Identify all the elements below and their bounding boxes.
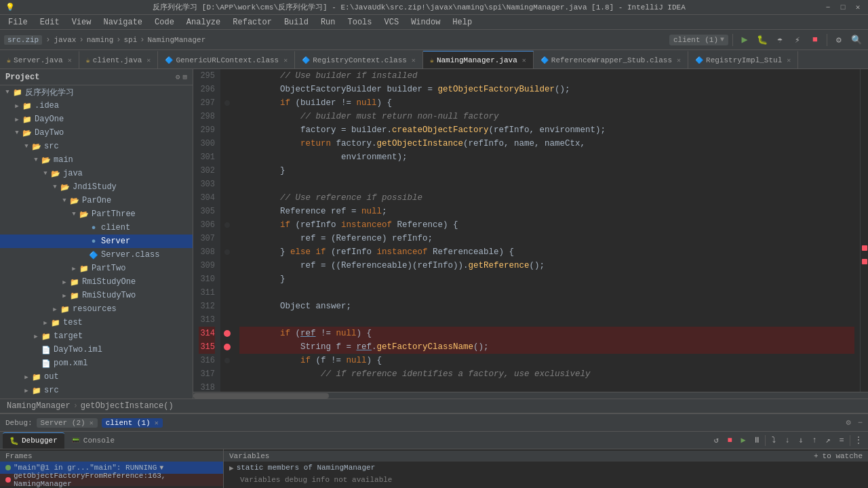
sidebar-item-out[interactable]: ▶ 📁 out: [0, 370, 193, 384]
breadcrumb-method[interactable]: getObjectInstance(): [81, 401, 174, 411]
sidebar-item-main[interactable]: ▼ 📂 main: [0, 153, 193, 167]
evaluate-button[interactable]: =: [835, 434, 848, 447]
sidebar-item-parone[interactable]: ▼ 📂 ParOne: [0, 194, 193, 207]
menu-file[interactable]: File: [3, 16, 33, 28]
sidebar-item-serverclass[interactable]: 🔷 Server.class: [0, 248, 193, 262]
menu-run[interactable]: Run: [315, 16, 341, 28]
menu-tools[interactable]: Tools: [342, 16, 378, 28]
tab-genericurl-close[interactable]: ✕: [283, 56, 288, 64]
maximize-button[interactable]: □: [838, 3, 848, 12]
debug-more-button[interactable]: ⋮: [852, 434, 865, 447]
session-server-close[interactable]: ✕: [90, 419, 94, 427]
sidebar-item-web[interactable]: ▶ 📁 web: [0, 397, 193, 399]
menu-refactor[interactable]: Refactor: [227, 16, 277, 28]
sidebar-item-rmistudyone[interactable]: ▶ 📁 RmiStudyOne: [0, 275, 193, 289]
debug-stop-button[interactable]: ■: [723, 434, 736, 447]
debug-resume-button[interactable]: ▶: [736, 434, 750, 447]
step-into-button[interactable]: ↓: [781, 434, 794, 447]
tab-client-java[interactable]: ☕ client.java ✕: [79, 51, 159, 68]
tab-server-java[interactable]: ☕ Server.java ✕: [0, 51, 79, 68]
tab-namingmanager-close[interactable]: ✕: [522, 56, 526, 64]
session-client-close[interactable]: ✕: [155, 419, 159, 427]
run-config-selector[interactable]: client (1) ▼: [669, 35, 728, 45]
sidebar-item-server[interactable]: ● Server: [0, 235, 193, 248]
sidebar-item-idea[interactable]: ▶ 📁 .idea: [0, 99, 193, 113]
session-client[interactable]: client (1) ✕: [102, 418, 163, 428]
tab-refwrapper-close[interactable]: ✕: [677, 56, 681, 64]
debug-pause-button[interactable]: ⏸: [750, 434, 764, 447]
force-step-button[interactable]: ⇓: [794, 434, 808, 447]
project-indicator[interactable]: src.zip: [4, 35, 42, 45]
sidebar-item-root[interactable]: ▼ 📁 反序列化学习: [0, 85, 193, 99]
tab-genericurl[interactable]: 🔷 GenericURLContext.class ✕: [158, 51, 295, 68]
sidebar-item-src1[interactable]: ▼ 📂 src: [0, 140, 193, 153]
breakpoint-315[interactable]: [224, 344, 231, 350]
subpackage-indicator[interactable]: spi: [123, 36, 137, 44]
tab-registryimpl-close[interactable]: ✕: [787, 56, 791, 64]
menu-window[interactable]: Window: [406, 16, 446, 28]
tab-registryimpl[interactable]: 🔷 RegistryImpl_Stul ✕: [688, 51, 798, 68]
profile-button[interactable]: ⚡: [790, 33, 805, 47]
debug-tab-console[interactable]: 📟 Console: [64, 432, 121, 449]
menu-help[interactable]: Help: [447, 16, 477, 28]
horizontal-scrollbar[interactable]: [193, 392, 868, 399]
sidebar-item-pomxml[interactable]: 📄 pom.xml: [0, 357, 193, 370]
debug-button[interactable]: 🐛: [755, 33, 770, 47]
code-line-312: Object answer;: [239, 300, 854, 313]
run-to-cursor-button[interactable]: ↗: [821, 434, 835, 447]
class-indicator[interactable]: NamingManager: [147, 36, 205, 44]
menu-vcs[interactable]: VCS: [379, 16, 405, 28]
debug-rerun-button[interactable]: ↺: [709, 434, 723, 447]
menu-navigate[interactable]: Navigate: [98, 16, 148, 28]
menu-analyze[interactable]: Analyze: [181, 16, 226, 28]
minimize-button[interactable]: −: [823, 3, 833, 12]
tab-registrycontext[interactable]: 🔷 RegistryContext.class ✕: [295, 51, 423, 68]
menu-edit[interactable]: Edit: [35, 16, 65, 28]
sidebar-expand-icon[interactable]: ⊞: [182, 73, 187, 81]
sidebar-item-daytwo[interactable]: ▼ 📂 DayTwo: [0, 126, 193, 140]
session-server[interactable]: Server (2) ✕: [37, 418, 98, 428]
tab-namingmanager[interactable]: ☕ NamingManager.java ✕: [423, 51, 534, 68]
menu-code[interactable]: Code: [149, 16, 180, 28]
sidebar-item-jndistudy[interactable]: ▼ 📂 JndiStudy: [0, 180, 193, 194]
breadcrumb-file[interactable]: NamingManager: [7, 401, 71, 411]
debug-close-icon[interactable]: −: [858, 418, 863, 428]
run-button[interactable]: ▶: [737, 33, 752, 47]
sidebar-item-daytwoiml[interactable]: 📄 DayTwo.iml: [0, 343, 193, 357]
stop-button[interactable]: ■: [808, 33, 823, 47]
code-lines[interactable]: // Use builder if installed ObjectFactor…: [234, 69, 860, 392]
sidebar-item-rmistudytwo[interactable]: ▶ 📁 RmiStudyTwo: [0, 289, 193, 302]
tab-registrycontext-close[interactable]: ✕: [412, 56, 416, 64]
sidebar-settings-icon[interactable]: ⚙: [176, 73, 180, 81]
sidebar-item-partthree[interactable]: ▼ 📂 PartThree: [0, 207, 193, 221]
settings-button[interactable]: ⚙: [831, 33, 846, 47]
sidebar-item-dayone[interactable]: ▶ 📁 DayOne: [0, 113, 193, 126]
tab-refwrapper[interactable]: 🔷 ReferenceWrapper_Stub.class ✕: [534, 51, 688, 68]
code-content[interactable]: 295 296 297 298 299 300 301 302 303 304 …: [193, 69, 868, 392]
menu-view[interactable]: View: [66, 16, 97, 28]
sidebar-item-src2[interactable]: ▶ 📁 src: [0, 384, 193, 397]
step-over-button[interactable]: ⤵: [767, 434, 781, 447]
sidebar-item-target[interactable]: ▶ 📁 target: [0, 329, 193, 343]
debug-settings-icon[interactable]: ⚙: [846, 418, 851, 428]
tab-client-java-close[interactable]: ✕: [146, 56, 151, 64]
package-indicator[interactable]: naming: [87, 36, 114, 44]
sidebar-item-java[interactable]: ▼ 📂 java: [0, 167, 193, 180]
menu-build[interactable]: Build: [279, 16, 314, 28]
step-out-button[interactable]: ↑: [808, 434, 821, 447]
var-item-0[interactable]: ▶ static members of NamingManager: [224, 462, 868, 474]
sidebar-item-parttwo[interactable]: ▶ 📁 PartTwo: [0, 262, 193, 275]
sidebar-item-test[interactable]: ▶ 📁 test: [0, 316, 193, 329]
frame-item-1[interactable]: getObjectFactoryFromReference:163, Namin…: [0, 474, 223, 486]
debug-tab-debugger[interactable]: 🐛 Debugger: [3, 432, 64, 449]
close-button[interactable]: ✕: [853, 3, 863, 12]
search-everywhere-button[interactable]: 🔍: [849, 33, 864, 47]
tab-server-java-close[interactable]: ✕: [68, 56, 72, 64]
coverage-button[interactable]: ☂: [772, 33, 787, 47]
sidebar-item-resources[interactable]: ▶ 📁 resources: [0, 302, 193, 316]
sidebar-item-client[interactable]: ● client: [0, 221, 193, 235]
breakpoint-314[interactable]: [224, 330, 231, 337]
h-scroll-thumb[interactable]: [193, 393, 329, 399]
add-watch-button[interactable]: +: [814, 452, 818, 460]
module-indicator[interactable]: javax: [54, 36, 76, 44]
